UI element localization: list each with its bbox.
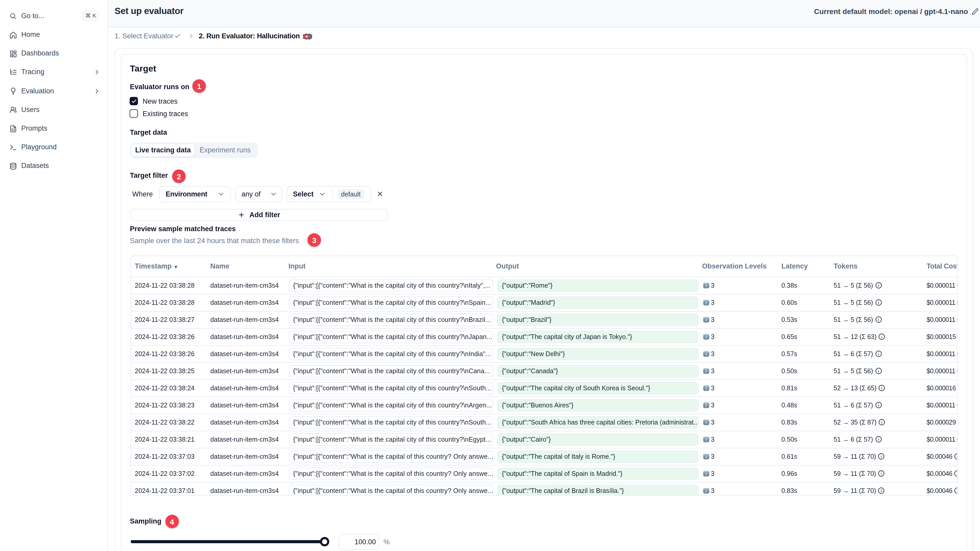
svg-text:i: i bbox=[706, 369, 707, 373]
svg-text:i: i bbox=[706, 437, 707, 442]
svg-text:i: i bbox=[706, 489, 707, 493]
svg-text:i: i bbox=[706, 403, 707, 408]
svg-text:i: i bbox=[706, 454, 707, 459]
svg-text:i: i bbox=[706, 472, 707, 476]
svg-text:i: i bbox=[706, 386, 707, 391]
svg-text:i: i bbox=[706, 420, 707, 425]
svg-text:i: i bbox=[706, 318, 707, 322]
svg-text:i: i bbox=[706, 301, 707, 305]
svg-text:i: i bbox=[706, 335, 707, 339]
svg-text:i: i bbox=[706, 352, 707, 356]
svg-text:i: i bbox=[706, 284, 707, 288]
